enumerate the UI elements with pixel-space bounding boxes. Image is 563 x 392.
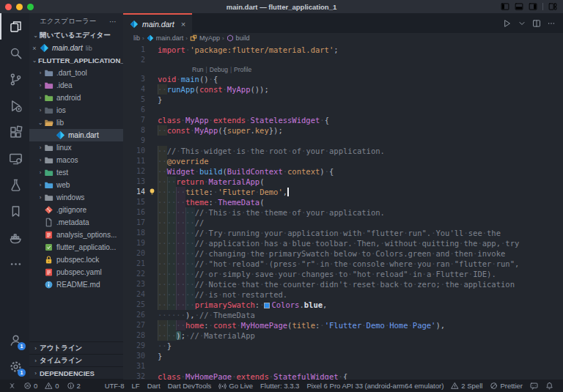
sidebar-section-DEPENDENCIES[interactable]: ›DEPENDENCIES <box>29 367 123 380</box>
sidebar-section-アウトライン[interactable]: ›アウトライン <box>29 342 123 355</box>
sidebar-section-タイムライン[interactable]: ›タイムライン <box>29 355 123 367</box>
activity-bar-item-bookmarks[interactable] <box>0 198 29 224</box>
status-prettier[interactable]: Prettier <box>486 380 526 392</box>
tab-main.dart[interactable]: main.dart × <box>123 13 192 33</box>
open-editor-item[interactable]: × main.dart lib <box>29 42 123 54</box>
activity-bar-item-source-control[interactable] <box>0 66 29 92</box>
editor-more-actions-icon[interactable] <box>547 19 556 28</box>
split-editor-icon[interactable] <box>532 19 541 28</box>
maximize-window-button[interactable] <box>27 4 34 10</box>
activity-bar-item-docker[interactable] <box>0 224 29 251</box>
tree-item-pubspec.lock[interactable]: pubspec.lock <box>29 254 123 266</box>
toggle-secondary-sidebar-icon[interactable] <box>529 2 537 11</box>
code-line-29[interactable]: 29··} <box>123 341 563 351</box>
status-eol[interactable]: LF <box>128 380 144 392</box>
codelens-debug[interactable]: Debug <box>210 66 228 73</box>
tree-item-web[interactable]: ›web <box>29 179 123 191</box>
tree-item-android[interactable]: ›android <box>29 92 123 104</box>
tree-item-main.dart[interactable]: main.dart <box>29 129 123 141</box>
tree-item-.metadata[interactable]: .metadata <box>29 216 123 229</box>
close-tab-icon[interactable]: × <box>181 20 185 29</box>
code-line-15[interactable]: 15······theme:·ThemeData( <box>123 197 563 207</box>
code-editor[interactable]: 1import·'package:flutter/material.dart';… <box>123 43 563 380</box>
status-errors[interactable]: 0 <box>20 380 41 392</box>
code-line-17[interactable]: 17········// <box>123 218 563 228</box>
minimize-window-button[interactable] <box>16 4 23 10</box>
code-line-9[interactable]: 9 <box>123 136 563 146</box>
activity-bar-item-extensions[interactable] <box>0 119 29 145</box>
toggle-primary-sidebar-icon[interactable] <box>501 2 509 11</box>
tree-item-.idea[interactable]: ›.idea <box>29 79 123 92</box>
status-language-mode[interactable]: Dart <box>144 380 164 392</box>
code-line-1[interactable]: 1import·'package:flutter/material.dart'; <box>123 45 563 55</box>
code-line-3[interactable]: 3void·main()·{ <box>123 74 563 84</box>
code-line-24[interactable]: 24········//·is·not·restarted. <box>123 289 563 300</box>
activity-bar-item-testing[interactable] <box>0 171 29 198</box>
code-line-22[interactable]: 22········//·or·simply·save·your·changes… <box>123 269 563 279</box>
close-editor-icon[interactable]: × <box>29 45 40 52</box>
run-dropdown-chevron-icon[interactable] <box>518 19 526 28</box>
codelens-run[interactable]: Run <box>192 66 204 73</box>
code-line-14[interactable]: 14······title:·'Flutter·Demo', <box>123 187 563 197</box>
tree-item-README.md[interactable]: README.md <box>29 278 123 291</box>
toggle-panel-icon[interactable] <box>515 2 523 11</box>
activity-bar-item-more-views[interactable] <box>0 251 29 277</box>
tree-item-macos[interactable]: ›macos <box>29 154 123 166</box>
tree-item-lib[interactable]: ⌄lib <box>29 117 123 129</box>
run-or-debug-icon[interactable] <box>503 19 512 28</box>
code-line-7[interactable]: 7class·MyApp·extends·StatelessWidget·{ <box>123 115 563 125</box>
activity-bar-item-remote-explorer[interactable] <box>0 145 29 171</box>
window-controls[interactable] <box>5 4 34 10</box>
codelens-profile[interactable]: Profile <box>234 66 251 73</box>
code-line-32[interactable]: 32class·MyHomePage·extends·StatefulWidge… <box>123 371 563 380</box>
code-line-20[interactable]: 20········//·changing·the·primarySwatch·… <box>123 248 563 259</box>
tree-item-.dart_tool[interactable]: ›.dart_tool <box>29 67 123 79</box>
status-dart-devtools[interactable]: Dart DevTools <box>164 380 216 392</box>
tree-root-FLUTTER_APPLICATION_1[interactable]: ⌄FLUTTER_APPLICATION_1 <box>29 54 123 67</box>
code-line-10[interactable]: 10··//·This·widget·is·the·root·of·your·a… <box>123 146 563 156</box>
status-warnings[interactable]: 0 <box>41 380 62 392</box>
code-line-26[interactable]: 26······),·//·ThemeData <box>123 310 563 320</box>
status-infos[interactable]: 2 <box>63 380 84 392</box>
activity-bar-item-accounts[interactable]: 1 <box>0 327 29 353</box>
lightbulb-icon[interactable] <box>148 187 158 197</box>
tree-item-ios[interactable]: ›ios <box>29 104 123 117</box>
code-line-23[interactable]: 23········//·Notice·that·the·counter·did… <box>123 279 563 289</box>
activity-bar-item-settings[interactable]: 1 <box>0 353 29 380</box>
code-line-28[interactable]: 28····);·//·MaterialApp <box>123 330 563 341</box>
close-window-button[interactable] <box>5 4 12 10</box>
code-line-27[interactable]: 27······home:·const·MyHomePage(title:·'F… <box>123 320 563 330</box>
status-spell-checker[interactable]: 2 Spell <box>447 380 486 392</box>
code-line-6[interactable]: 6 <box>123 105 563 115</box>
code-line-18[interactable]: 18········//·Try·running·your·applicatio… <box>123 228 563 238</box>
tree-item-test[interactable]: ›test <box>29 166 123 179</box>
activity-bar-item-run-and-debug[interactable] <box>0 92 29 119</box>
tree-item-windows[interactable]: ›windows <box>29 191 123 204</box>
status-encoding[interactable]: UTF-8 <box>101 380 128 392</box>
code-line-11[interactable]: 11··@override <box>123 156 563 166</box>
tree-item-.gitignore[interactable]: .gitignore <box>29 204 123 216</box>
status-feedback[interactable] <box>526 380 542 392</box>
customize-layout-icon[interactable] <box>548 2 557 11</box>
status-remote-indicator[interactable] <box>4 380 20 392</box>
code-line-5[interactable]: 5} <box>123 95 563 105</box>
breadcrumb-item-lib[interactable]: lib <box>133 34 140 42</box>
breadcrumb-item-main.dart[interactable]: main.dart <box>147 34 184 42</box>
status-device-selector[interactable]: Pixel 6 Pro API 33 (android-arm64 emulat… <box>303 380 447 392</box>
code-line-25[interactable]: 25········primarySwatch:·Colors.blue, <box>123 300 563 310</box>
breadcrumb-item-build[interactable]: build <box>227 34 250 42</box>
code-line-31[interactable]: 31 <box>123 361 563 371</box>
code-line-8[interactable]: 8··const·MyApp({super.key}); <box>123 125 563 136</box>
code-line-12[interactable]: 12··Widget·build(BuildContext·context)·{ <box>123 166 563 177</box>
open-editors-section-header[interactable]: ⌄ 開いているエディター <box>29 29 123 42</box>
code-line-21[interactable]: 21········//·"hot·reload"·(press·"r"·in·… <box>123 259 563 269</box>
breadcrumb-item-MyApp[interactable]: MyApp <box>190 34 220 42</box>
code-line-19[interactable]: 19········//·application·has·a·blue·tool… <box>123 238 563 248</box>
activity-bar-item-search[interactable] <box>0 40 29 66</box>
tree-item-pubspec.yaml[interactable]: pubspec.yaml <box>29 266 123 278</box>
status-notifications[interactable] <box>542 380 557 392</box>
explorer-more-actions-icon[interactable]: ⋯ <box>109 18 117 26</box>
code-line-4[interactable]: 4··runApp(const·MyApp()); <box>123 84 563 95</box>
code-line-13[interactable]: 13····return·MaterialApp( <box>123 177 563 187</box>
status-flutter-version[interactable]: Flutter: 3.3.3 <box>257 380 303 392</box>
